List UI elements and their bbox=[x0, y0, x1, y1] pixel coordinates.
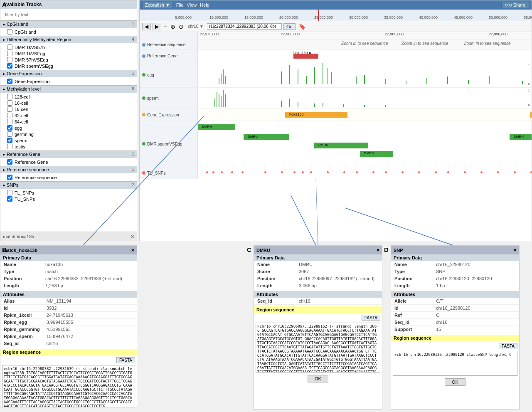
category-ref-gene[interactable]: ▸ Reference Gene 1 bbox=[0, 150, 137, 158]
back-button[interactable]: ◀ bbox=[142, 23, 151, 30]
meth2-checkbox[interactable] bbox=[7, 100, 12, 106]
hoxa11b-expr-bar[interactable] bbox=[530, 112, 532, 118]
snp-dot[interactable] bbox=[480, 171, 483, 173]
panel-d-close-btn[interactable]: × bbox=[513, 247, 517, 253]
panel-c-close-btn[interactable]: × bbox=[376, 247, 379, 253]
species-button[interactable]: Zebrafish ▼ bbox=[142, 2, 173, 8]
meth3-checkbox[interactable] bbox=[7, 106, 12, 112]
category-dmr[interactable]: ▸ Differentially Methylated Region 4 bbox=[0, 36, 137, 43]
coord-input[interactable] bbox=[207, 23, 282, 30]
tu-snps-checkbox[interactable] bbox=[7, 196, 12, 202]
sequence-box-d[interactable]: >chr16 chr16:22980120..22980120 class=SN… bbox=[393, 351, 517, 376]
share-button[interactable]: ⟳⟲ Share bbox=[501, 2, 529, 8]
primary-data-table-d: Namechr16_22980120 TypeSNP Positionchr16… bbox=[391, 261, 519, 289]
category-methylation[interactable]: ▸ Methylation level 9 bbox=[0, 85, 137, 93]
go-button[interactable]: Go bbox=[283, 23, 296, 30]
snp-dot[interactable] bbox=[435, 171, 437, 173]
cpgisland-checkbox[interactable] bbox=[7, 29, 12, 35]
fasta-button-d[interactable]: FASTA bbox=[499, 343, 517, 349]
file-menu[interactable]: File bbox=[176, 2, 184, 7]
snp-dot[interactable] bbox=[264, 171, 266, 173]
field-key: Length bbox=[391, 282, 433, 289]
snp-dot[interactable] bbox=[327, 171, 329, 173]
tl-snps-checkbox[interactable] bbox=[7, 190, 12, 195]
track-item: DMR 57hVSEgg bbox=[7, 57, 130, 63]
meth6-checkbox[interactable] bbox=[7, 125, 12, 131]
bookmark-icon[interactable]: 🔖 bbox=[299, 23, 306, 30]
forward-button[interactable]: ▶ bbox=[153, 23, 161, 30]
dmr2-checkbox[interactable] bbox=[7, 51, 12, 56]
meth9-checkbox[interactable] bbox=[7, 144, 12, 149]
snp-dot[interactable] bbox=[372, 171, 374, 173]
panel-b-close-btn[interactable]: × bbox=[131, 247, 134, 253]
category-cpgisland[interactable]: ▸ CpGIsland 1 bbox=[0, 20, 137, 28]
category-gene-expr[interactable]: ▸ Gene Expression 1 bbox=[0, 70, 137, 77]
meth7-checkbox[interactable] bbox=[7, 131, 12, 137]
primary-data-table-b: Namehoxa13b Typematch Positionchr16:2298… bbox=[0, 261, 137, 289]
dmr3-checkbox[interactable] bbox=[7, 57, 12, 62]
gene-expr-checkbox[interactable] bbox=[7, 79, 12, 84]
track-item: Reference sequence bbox=[7, 174, 130, 180]
snp-dot[interactable] bbox=[418, 171, 420, 173]
track-radio-dot bbox=[142, 54, 145, 58]
meth4-checkbox[interactable] bbox=[7, 113, 12, 118]
meth8-checkbox[interactable] bbox=[7, 138, 12, 143]
field-key: Position bbox=[254, 275, 296, 282]
dmr4-checkbox[interactable] bbox=[7, 63, 12, 69]
snp-dot[interactable] bbox=[401, 171, 404, 173]
snp-dot[interactable] bbox=[464, 171, 466, 173]
view-menu[interactable]: View bbox=[187, 2, 197, 7]
field-value: match bbox=[42, 268, 137, 275]
field-key: Length bbox=[0, 282, 42, 289]
zoom-fit-icon[interactable]: ⊙ bbox=[178, 23, 185, 30]
snp-dot[interactable] bbox=[302, 171, 304, 173]
ok-button-c[interactable]: OK bbox=[308, 375, 328, 382]
category-ref-seq[interactable]: ▸ Reference sequence 1 bbox=[0, 166, 137, 173]
ref-gene-checkbox[interactable] bbox=[7, 159, 12, 165]
expr-bars bbox=[198, 62, 532, 86]
field-value: chr16:22980120..22980120 bbox=[433, 275, 519, 282]
attr-value: 15 bbox=[433, 326, 519, 333]
category-snps[interactable]: ▸ SNPs 2 bbox=[0, 181, 137, 189]
filter-input[interactable] bbox=[3, 11, 134, 18]
sequence-box-b[interactable]: >chr16 chr16:22980382..22981639 (+ stran… bbox=[2, 365, 135, 407]
dmru-label-3: DMRU bbox=[364, 151, 374, 155]
snp-dot[interactable] bbox=[212, 171, 214, 173]
meth1-checkbox[interactable] bbox=[7, 94, 12, 99]
fasta-container-d: FASTA >chr16 chr16:22980120..22980120 cl… bbox=[391, 342, 519, 376]
egg-track-label: egg bbox=[140, 62, 198, 87]
tracks-list: ▸ CpGIsland 1 CpGIsland ▸ Differentially… bbox=[0, 20, 137, 238]
help-menu[interactable]: Help bbox=[200, 2, 209, 7]
snp-dot[interactable] bbox=[343, 171, 345, 173]
ref-seq-checkbox[interactable] bbox=[7, 175, 12, 180]
snp-dot[interactable] bbox=[447, 171, 449, 173]
dmr1-checkbox[interactable] bbox=[7, 44, 12, 50]
snp-dot[interactable] bbox=[310, 171, 312, 173]
fasta-button-c[interactable]: FASTA bbox=[362, 315, 380, 321]
field-key: Type bbox=[0, 268, 42, 275]
snp-dot[interactable] bbox=[241, 171, 244, 173]
meth5-checkbox[interactable] bbox=[7, 119, 12, 124]
zoom-out-icon[interactable]: − bbox=[163, 23, 168, 30]
snp-dot[interactable] bbox=[356, 171, 358, 173]
track-item: Gene Expression bbox=[7, 78, 130, 84]
match-close-btn[interactable]: × bbox=[131, 233, 134, 240]
sequence-box-c[interactable]: >chr16 chr16:22986097..22989162 (- stran… bbox=[256, 323, 380, 373]
zoom-in-icon[interactable]: ⊕ bbox=[170, 23, 176, 30]
snp-dot[interactable] bbox=[281, 171, 283, 173]
snp-dot[interactable] bbox=[206, 171, 208, 173]
attr-key: Allele bbox=[391, 298, 433, 305]
snp-dot[interactable] bbox=[497, 171, 499, 173]
snp-dot[interactable] bbox=[385, 171, 387, 173]
snp-dot[interactable] bbox=[221, 171, 223, 173]
panel-c-header: DMRU × bbox=[254, 246, 382, 254]
ok-button-d[interactable]: OK bbox=[445, 378, 466, 386]
species-label: Zebrafish bbox=[145, 2, 164, 7]
snp-dot[interactable] bbox=[231, 171, 233, 173]
snp-dot[interactable] bbox=[530, 171, 532, 173]
track-item-label: DMR 1kVS57h bbox=[15, 45, 45, 50]
fasta-button-b[interactable]: FASTA bbox=[116, 357, 135, 363]
track-item: TL_SNPs bbox=[7, 190, 130, 196]
snp-dot[interactable] bbox=[514, 171, 516, 173]
snp-dot[interactable] bbox=[293, 171, 296, 173]
